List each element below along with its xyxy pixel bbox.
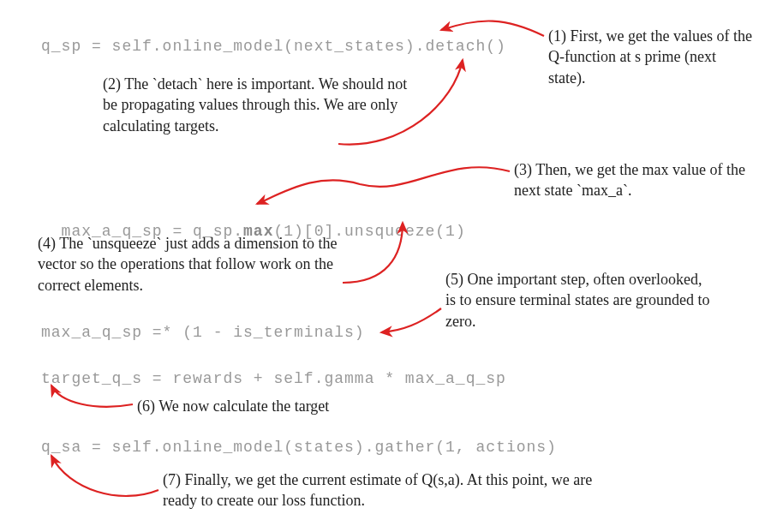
code-line-4: target_q_s = rewards + self.gamma * max_… (41, 370, 506, 387)
annotation-4: (4) The `unsqueeze` just adds a dimensio… (38, 233, 338, 296)
annotation-1: (1) First, we get the values of the Q-fu… (548, 26, 754, 88)
annotation-2: (2) The `detach` here is important. We s… (103, 74, 411, 136)
code-line-5: q_sa = self.online_model(states).gather(… (41, 439, 557, 456)
annotation-6: (6) We now calculate the target (137, 396, 329, 416)
code-line-1: q_sp = self.online_model(next_states).de… (41, 38, 506, 55)
arrow-1 (441, 21, 544, 36)
arrow-7 (51, 456, 158, 496)
code-line-3: max_a_q_sp =* (1 - is_terminals) (41, 324, 365, 341)
arrow-5 (381, 308, 441, 332)
page-canvas: { "code": { "line1": "q_sp = self.online… (0, 0, 771, 532)
arrow-3 (257, 167, 510, 204)
arrow-6 (51, 386, 133, 407)
annotation-7: (7) Finally, we get the current estimate… (163, 469, 608, 511)
annotation-5: (5) One important step, often overlooked… (445, 269, 711, 332)
annotation-3: (3) Then, we get the max value of the ne… (514, 159, 754, 201)
